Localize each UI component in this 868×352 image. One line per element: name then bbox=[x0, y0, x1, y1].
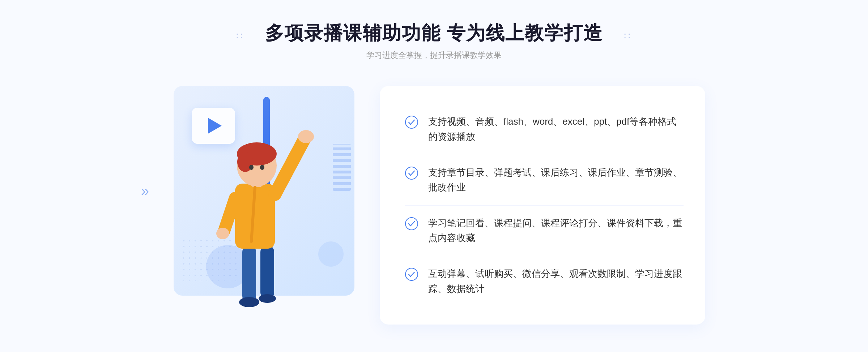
svg-rect-1 bbox=[260, 245, 274, 299]
feature-text-3: 学习笔记回看、课程提问、课程评论打分、课件资料下载，重点内容收藏 bbox=[428, 216, 684, 246]
svg-point-2 bbox=[239, 297, 259, 307]
svg-point-3 bbox=[259, 294, 276, 303]
check-icon-2 bbox=[405, 167, 418, 180]
deco-dots-left: ∷ bbox=[236, 30, 244, 42]
svg-point-14 bbox=[216, 228, 229, 239]
svg-point-17 bbox=[405, 167, 418, 179]
chevron-left-decoration: » bbox=[141, 183, 149, 199]
svg-rect-0 bbox=[242, 245, 256, 303]
content-area: » bbox=[163, 72, 705, 325]
svg-point-16 bbox=[405, 116, 418, 128]
check-icon-3 bbox=[405, 217, 418, 230]
svg-point-10 bbox=[260, 165, 264, 170]
svg-point-19 bbox=[405, 268, 418, 280]
feature-item-2: 支持章节目录、弹题考试、课后练习、课后作业、章节测验、批改作业 bbox=[405, 155, 684, 206]
feature-text-4: 互动弹幕、试听购买、微信分享、观看次数限制、学习进度跟踪、数据统计 bbox=[428, 266, 684, 296]
feature-item-3: 学习笔记回看、课程提问、课程评论打分、课件资料下载，重点内容收藏 bbox=[405, 206, 684, 256]
svg-point-9 bbox=[249, 165, 254, 170]
striped-bar-decoration bbox=[333, 144, 351, 191]
feature-item-4: 互动弹幕、试听购买、微信分享、观看次数限制、学习进度跟踪、数据统计 bbox=[405, 256, 684, 306]
circle-decoration-small bbox=[318, 241, 344, 267]
page-title: 多项录播课辅助功能 专为线上教学打造 bbox=[265, 22, 603, 44]
feature-item-1: 支持视频、音频、flash、word、excel、ppt、pdf等各种格式的资源… bbox=[405, 104, 684, 155]
check-icon-1 bbox=[405, 116, 418, 129]
page-subtitle: 学习进度全掌握，提升录播课教学效果 bbox=[265, 50, 603, 61]
svg-line-13 bbox=[224, 198, 235, 231]
person-illustration bbox=[192, 100, 322, 310]
check-icon-4 bbox=[405, 268, 418, 281]
svg-point-12 bbox=[298, 130, 314, 143]
feature-text-2: 支持章节目录、弹题考试、课后练习、课后作业、章节测验、批改作业 bbox=[428, 165, 684, 195]
header-section: ∷ 多项录播课辅助功能 专为线上教学打造 学习进度全掌握，提升录播课教学效果 ∷ bbox=[265, 0, 603, 72]
page-container: ∷ 多项录播课辅助功能 专为线上教学打造 学习进度全掌握，提升录播课教学效果 ∷… bbox=[0, 0, 868, 352]
deco-dots-right: ∷ bbox=[624, 30, 632, 42]
svg-line-11 bbox=[275, 140, 304, 194]
svg-point-18 bbox=[405, 218, 418, 230]
feature-text-1: 支持视频、音频、flash、word、excel、ppt、pdf等各种格式的资源… bbox=[428, 114, 684, 144]
illustration-panel: » bbox=[163, 72, 373, 310]
right-panel: 支持视频、音频、flash、word、excel、ppt、pdf等各种格式的资源… bbox=[380, 86, 705, 325]
